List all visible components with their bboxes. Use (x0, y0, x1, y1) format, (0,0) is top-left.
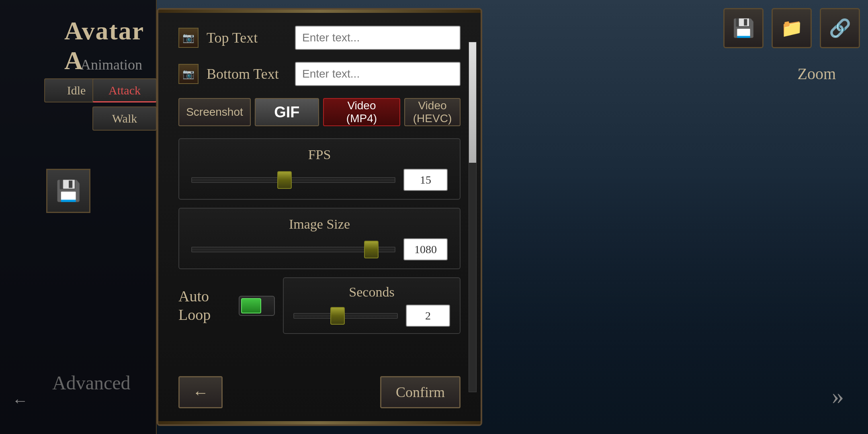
save-icon-glyph: 💾 (733, 18, 755, 39)
top-text-icon: 📷 (178, 28, 199, 48)
scrollbar[interactable] (469, 42, 477, 392)
bottom-text-label: Bottom Text (207, 66, 287, 82)
auto-loop-label: AutoLoop (178, 287, 231, 324)
top-text-input[interactable] (295, 26, 461, 50)
animation-label: Animation (80, 56, 142, 73)
fps-section: FPS 15 (178, 138, 461, 200)
gif-button[interactable]: GIF (255, 98, 319, 126)
image-size-slider-thumb[interactable] (364, 241, 379, 258)
seconds-value[interactable]: 2 (406, 305, 450, 327)
confirm-button[interactable]: Confirm (380, 376, 461, 408)
zoom-label: Zoom (797, 64, 836, 83)
seconds-slider-track[interactable] (293, 313, 398, 319)
format-buttons-row: Screenshot GIF Video (MP4) Video(HEVC) (178, 98, 461, 126)
image-size-value[interactable]: 1080 (403, 238, 448, 260)
top-right-icons: 💾 📁 🔗 (723, 8, 860, 48)
seconds-section: Seconds 2 (283, 277, 461, 334)
folder-icon-top[interactable]: 📁 (772, 8, 812, 48)
fps-slider-thumb[interactable] (277, 171, 292, 189)
auto-loop-section: AutoLoop Seconds 2 (178, 277, 461, 334)
main-dialog: 📷 Top Text 📷 Bottom Text Screenshot GIF … (157, 8, 482, 426)
attack-button[interactable]: Attack (92, 78, 157, 102)
folder-icon-glyph: 📁 (781, 18, 803, 39)
share-icon-top[interactable]: 🔗 (820, 8, 860, 48)
seconds-title: Seconds (293, 285, 450, 300)
right-nav-arrows[interactable]: » (832, 382, 844, 410)
mp4-button[interactable]: Video (MP4) (323, 98, 400, 126)
save-icon-top[interactable]: 💾 (723, 8, 764, 48)
image-size-title: Image Size (191, 217, 448, 232)
fps-slider-row: 15 (191, 169, 448, 191)
top-text-label: Top Text (207, 29, 287, 46)
fps-title: FPS (191, 147, 448, 162)
image-size-slider-track[interactable] (191, 247, 395, 252)
bottom-text-input[interactable] (295, 62, 461, 86)
bottom-text-row: 📷 Bottom Text (178, 62, 461, 86)
fps-value[interactable]: 15 (403, 169, 448, 191)
seconds-slider-thumb[interactable] (330, 307, 345, 325)
hevc-button[interactable]: Video(HEVC) (404, 98, 461, 126)
toggle-knob (241, 298, 261, 313)
bottom-bar: ← Confirm (178, 368, 461, 408)
scrollbar-thumb[interactable] (469, 42, 476, 163)
back-button[interactable]: ← (178, 376, 223, 408)
back-arrow-left[interactable]: ← (12, 391, 28, 410)
save-icon-left[interactable]: 💾 (46, 169, 90, 213)
auto-loop-toggle[interactable] (239, 296, 275, 316)
share-icon-glyph: 🔗 (829, 18, 851, 39)
seconds-slider-row: 2 (293, 305, 450, 327)
screenshot-button[interactable]: Screenshot (178, 98, 251, 126)
image-size-section: Image Size 1080 (178, 208, 461, 269)
walk-button[interactable]: Walk (92, 106, 157, 131)
advanced-label: Advanced (52, 372, 131, 394)
bottom-text-icon: 📷 (178, 64, 199, 84)
top-text-row: 📷 Top Text (178, 26, 461, 50)
image-size-slider-row: 1080 (191, 238, 448, 260)
fps-slider-track[interactable] (191, 177, 395, 183)
left-panel: Avatar A Animation Idle Attack Walk 💾 Ad… (0, 0, 157, 434)
